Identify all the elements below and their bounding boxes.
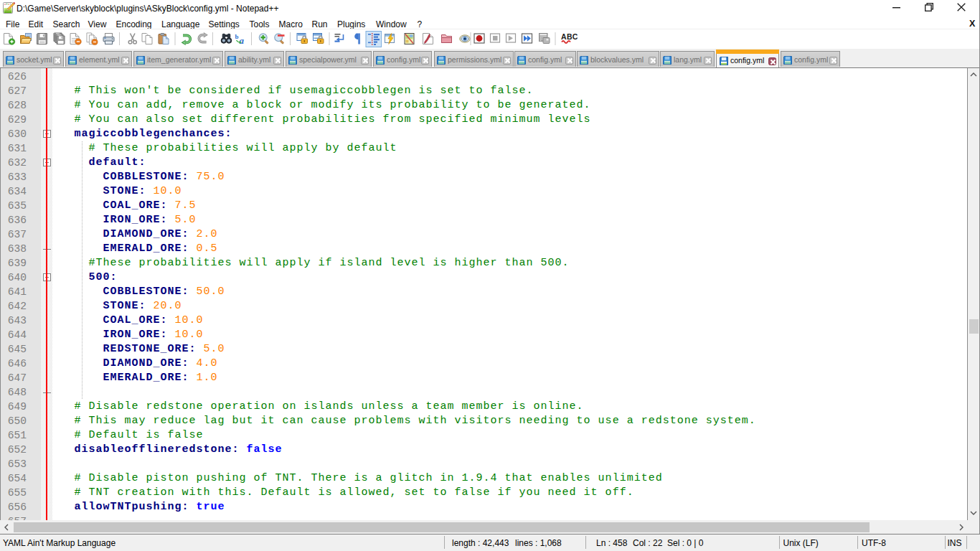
svg-text:a: a <box>240 35 245 46</box>
svg-text:b: b <box>235 33 239 40</box>
svg-text:ABC: ABC <box>561 32 578 41</box>
